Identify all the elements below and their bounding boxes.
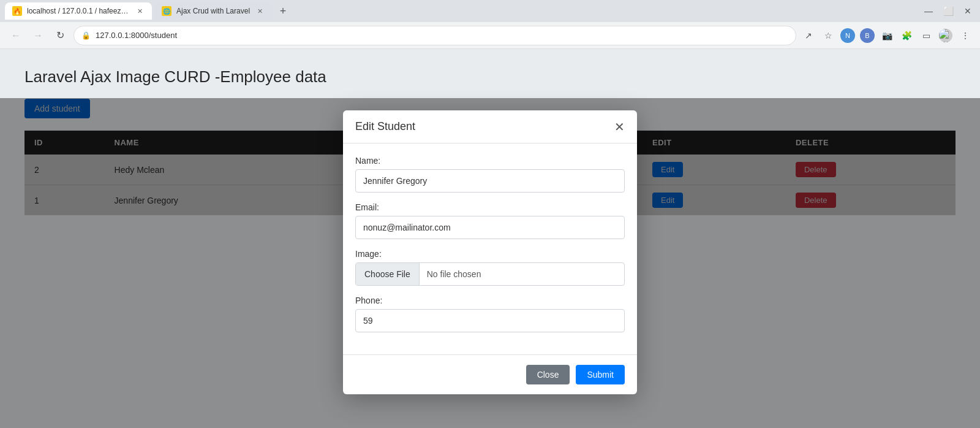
browser-titlebar: 🔥 localhost / 127.0.0.1 / hafeez_db ✕ 🌐 … [0,0,980,22]
close-window-button[interactable]: ✕ [960,4,975,18]
image-label: Image: [355,249,625,259]
profile-icon-b[interactable]: B [860,28,875,43]
tab-favicon-2: 🌐 [162,6,172,16]
toolbar-icons: ↗ ☆ N B 📷 🧩 ▭ ⋮ [801,28,973,43]
lock-icon: 🔒 [81,31,91,40]
refresh-button[interactable]: ↻ [51,27,69,44]
sidebar-icon[interactable]: ▭ [919,28,933,43]
forward-button[interactable]: → [29,27,47,44]
minimize-button[interactable]: — [921,4,936,18]
tab-close-1[interactable]: ✕ [135,6,145,16]
close-button[interactable]: Close [526,365,570,384]
screenshot-icon[interactable]: 📷 [880,28,894,43]
name-input[interactable] [355,169,625,193]
phone-label: Phone: [355,296,625,305]
file-no-chosen-text: No file chosen [420,269,489,279]
browser-tab-2[interactable]: 🌐 Ajax Crud with Laravel ✕ [154,2,272,20]
extensions-icon[interactable]: 🧩 [899,28,914,43]
image-form-group: Image: Choose File No file chosen [355,249,625,286]
back-button[interactable]: ← [7,27,24,44]
maximize-button[interactable]: ⬜ [941,4,956,18]
email-form-group: Email: [355,202,625,239]
browser-toolbar: ← → ↻ 🔒 127.0.0.1:8000/student ↗ ☆ N B 📷… [0,22,980,49]
modal-header: Edit Student ✕ [343,110,637,143]
tab-close-2[interactable]: ✕ [255,6,265,16]
tab-title-1: localhost / 127.0.0.1 / hafeez_db [27,7,130,15]
page-title: Laravel Ajax Image CURD -Employee data [24,67,956,86]
email-input[interactable] [355,216,625,239]
window-controls: — ⬜ ✕ [921,4,975,18]
bookmark-icon[interactable]: ☆ [821,28,835,43]
modal-title: Edit Student [355,120,415,133]
address-bar[interactable]: 🔒 127.0.0.1:8000/student [74,26,796,45]
submit-button[interactable]: Submit [576,365,625,384]
file-choose-button[interactable]: Choose File [356,263,420,285]
email-label: Email: [355,202,625,212]
modal-footer: Close Submit [343,354,637,394]
tab-favicon-1: 🔥 [12,6,22,16]
profile-icon-n[interactable]: N [840,28,855,43]
menu-icon[interactable]: ⋮ [958,28,973,43]
phone-form-group: Phone: [355,296,625,332]
tab-title-2: Ajax Crud with Laravel [176,7,250,15]
user-avatar[interactable] [938,28,953,43]
browser-chrome: 🔥 localhost / 127.0.0.1 / hafeez_db ✕ 🌐 … [0,0,980,49]
phone-input[interactable] [355,309,625,332]
name-label: Name: [355,156,625,166]
edit-student-modal: Edit Student ✕ Name: Email: Image: [343,110,637,394]
file-input-wrapper: Choose File No file chosen [355,262,625,286]
share-icon[interactable]: ↗ [801,28,816,43]
modal-close-button[interactable]: ✕ [614,121,625,133]
url-text: 127.0.0.1:8000/student [96,31,177,40]
name-form-group: Name: [355,156,625,193]
modal-body: Name: Email: Image: Choose File No file … [343,143,637,354]
page-background: Laravel Ajax Image CURD -Employee data A… [0,49,980,428]
modal-overlay: Edit Student ✕ Name: Email: Image: [0,98,980,428]
new-tab-button[interactable]: + [274,2,292,20]
browser-tab-1[interactable]: 🔥 localhost / 127.0.0.1 / hafeez_db ✕ [5,2,152,20]
